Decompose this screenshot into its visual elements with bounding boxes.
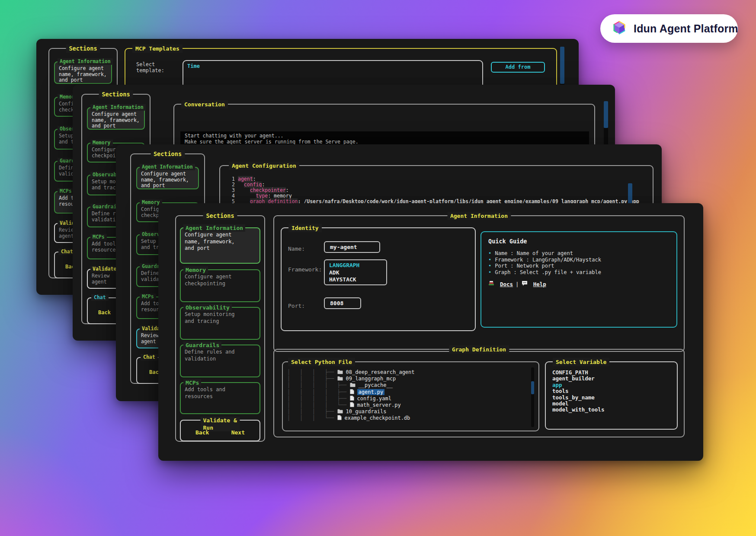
sidebar-title: Sections bbox=[151, 150, 185, 158]
variable-option-tools_by_name[interactable]: tools_by_name bbox=[552, 395, 604, 401]
quick-guide-bullet-text: Port : Network port bbox=[495, 263, 554, 269]
link-separator: | bbox=[516, 281, 519, 287]
sidebar-item-memory[interactable]: MemoryConfigure agent checkpointing bbox=[180, 269, 260, 302]
framework-option-langgraph[interactable]: LANGGRAPH bbox=[329, 262, 382, 269]
tree-item-config-yaml[interactable]: │ │ │ │ ├── config.yaml bbox=[287, 396, 415, 402]
tree-item--pycache-[interactable]: │ │ │ │ ├── __pycache__ bbox=[287, 382, 415, 389]
sidebar-item-guardrails[interactable]: GuardrailsDefine rules and validation bbox=[180, 345, 260, 377]
file-icon bbox=[337, 415, 342, 421]
port-input[interactable]: 8008 bbox=[324, 297, 361, 309]
sidebar-item-title: Guardrails bbox=[183, 341, 221, 349]
sidebar-item-agent-information[interactable]: Agent InformationConfigure agent name, f… bbox=[180, 227, 260, 264]
help-link[interactable]: Help bbox=[533, 281, 546, 287]
yaml-value: : bbox=[286, 187, 289, 193]
sidebar-item-desc: Add tools and resources bbox=[185, 386, 256, 400]
sidebar-item-agent-information[interactable]: Agent InformationConfigure agent name, f… bbox=[136, 167, 199, 189]
framework-option-adk[interactable]: ADK bbox=[329, 269, 382, 277]
sidebar-item-observability[interactable]: ObservabilitySetup monitoring and tracin… bbox=[180, 307, 260, 340]
sidebar-item-agent-information[interactable]: Agent InformationConfigure agent name, f… bbox=[54, 61, 112, 84]
name-input[interactable]: my-agent bbox=[324, 241, 380, 253]
file-icon bbox=[350, 389, 354, 396]
agent-information-panel: Agent Information Identity Name: my-agen… bbox=[273, 215, 685, 352]
scrollbar-thumb[interactable] bbox=[604, 101, 608, 128]
quick-guide-bullet-text: Graph : Select .py file + variable bbox=[495, 269, 601, 275]
sidebar-item-desc: Setup monitoring and tracing bbox=[185, 311, 256, 325]
tree-item-name: config.yaml bbox=[357, 396, 391, 402]
back-button[interactable]: Back bbox=[195, 429, 209, 436]
variable-option-config_path[interactable]: CONFIG_PATH bbox=[552, 370, 604, 376]
select-variable-panel: Select Variable CONFIG_PATHagent_builder… bbox=[545, 361, 678, 430]
quick-guide-bullet-text: Framework : LangGraph/ADK/Haystack bbox=[495, 257, 601, 263]
code-line: 1agent: bbox=[227, 176, 622, 182]
sidebar-item-mcps[interactable]: MCPsAdd tools and resources bbox=[180, 382, 260, 414]
file-tree-scrollbar[interactable] bbox=[531, 367, 534, 427]
cube-icon bbox=[611, 19, 628, 38]
select-template-label: Select template: bbox=[136, 61, 164, 73]
docs-link[interactable]: Docs bbox=[500, 281, 513, 287]
quick-guide-bullet: •Graph : Select .py file + variable bbox=[488, 269, 601, 276]
sidebar-title: Sections bbox=[99, 90, 133, 99]
tree-item-name: __pycache__ bbox=[359, 382, 393, 388]
sidebar-item-desc: Configure agent name, framework, and por… bbox=[185, 232, 256, 252]
tree-guides: │ │ │ ├── bbox=[287, 369, 337, 375]
yaml-editor[interactable]: 1agent:2 config:3 checkpointer:4 type: m… bbox=[227, 176, 622, 204]
variable-option-app[interactable]: app bbox=[552, 382, 604, 388]
identity-panel: Identity Name: my-agent Framework: LANGG… bbox=[281, 227, 476, 331]
back-button[interactable]: Back bbox=[98, 309, 111, 316]
quick-guide-bullet-text: Name : Name of your agent bbox=[495, 250, 573, 256]
tree-item-example-checkpoint-db[interactable]: │ │ │ └── example_checkpoint.db bbox=[287, 415, 415, 421]
tree-item-name: example_checkpoint.db bbox=[345, 415, 410, 421]
variable-option-model_with_tools[interactable]: model_with_tools bbox=[552, 407, 604, 413]
tree-guides: │ │ │ │ └── bbox=[287, 402, 350, 408]
name-label: Name: bbox=[288, 246, 305, 252]
template-option-time[interactable]: Time bbox=[187, 63, 200, 69]
quick-guide-panel: Quick Guide •Name : Name of your agent•F… bbox=[481, 231, 677, 328]
tree-item-10-guardrails[interactable]: │ │ │ ├── 10_guardrails bbox=[287, 408, 415, 415]
tree-guides: │ │ │ │ ├── bbox=[287, 396, 350, 402]
quick-guide-bullet: •Name : Name of your agent bbox=[488, 250, 601, 257]
conversation-title: Conversation bbox=[181, 100, 228, 108]
folder-icon bbox=[337, 376, 343, 382]
tree-guides: │ │ │ ├── bbox=[287, 408, 337, 415]
sidebar-items: Agent InformationConfigure agent name, f… bbox=[176, 216, 264, 414]
add-from-button[interactable]: Add from bbox=[491, 62, 545, 73]
quick-guide-bullet: •Framework : LangGraph/ADK/Haystack bbox=[488, 257, 601, 263]
sidebar-item-title: MCPs bbox=[90, 234, 107, 240]
sidebar-item-title: Agent Information bbox=[90, 104, 146, 111]
tree-item-agent-py[interactable]: │ │ │ │ ├── agent.py bbox=[287, 389, 415, 396]
select-variable-title: Select Variable bbox=[553, 358, 609, 366]
port-label: Port: bbox=[288, 303, 305, 309]
sidebar-title: Sections bbox=[203, 212, 237, 220]
bullet-icon: • bbox=[488, 250, 491, 256]
agent-configuration-title: Agent Configuration bbox=[229, 162, 299, 170]
tree-item-math-server-py[interactable]: │ │ │ │ └── math_server.py bbox=[287, 402, 415, 408]
chat-section-title: Chat bbox=[141, 354, 158, 361]
tree-item-08-deep-research-agent[interactable]: │ │ │ ├── 08_deep_research_agent bbox=[287, 369, 415, 376]
framework-option-haystack[interactable]: HAYSTACK bbox=[329, 276, 382, 284]
help-icon bbox=[522, 281, 528, 287]
folder-icon bbox=[337, 370, 343, 376]
chat-line: Make sure the agent server is running fr… bbox=[185, 139, 585, 145]
variable-option-model[interactable]: model bbox=[552, 401, 604, 407]
yaml-key: checkpointer bbox=[250, 187, 286, 193]
sidebar-item-agent-information[interactable]: Agent InformationConfigure agent name, f… bbox=[87, 107, 145, 130]
tree-item-name: math_server.py bbox=[357, 402, 401, 408]
tree-item-09-langgraph-mcp[interactable]: │ │ │ ├── 09_langgraph_mcp bbox=[287, 376, 415, 382]
yaml-key: type bbox=[256, 193, 268, 199]
sidebar-item-desc: Define rules and validation bbox=[185, 349, 256, 362]
next-button[interactable]: Next bbox=[231, 429, 245, 436]
sidebar-item-title: MCPs bbox=[58, 188, 74, 195]
sidebar-item-title: Memory bbox=[183, 266, 208, 274]
scrollbar-thumb[interactable] bbox=[560, 47, 564, 84]
variable-option-tools[interactable]: tools bbox=[552, 388, 604, 394]
yaml-value: : bbox=[253, 176, 256, 182]
framework-listbox[interactable]: LANGGRAPHADKHAYSTACK bbox=[324, 259, 387, 285]
file-tree-scrollbar-thumb[interactable] bbox=[531, 381, 534, 394]
select-python-file-panel: Select Python File │ │ │ ├── 08_deep_res… bbox=[282, 361, 539, 431]
sections-sidebar: Sections Agent InformationConfigure agen… bbox=[175, 215, 265, 442]
select-python-file-title: Select Python File bbox=[288, 358, 355, 366]
variable-option-agent_builder[interactable]: agent_builder bbox=[552, 376, 604, 382]
sidebar-item-title: Agent Information bbox=[140, 164, 195, 170]
variable-list: CONFIG_PATHagent_builderapptoolstools_by… bbox=[552, 370, 604, 413]
sidebar-item-title: MCPs bbox=[183, 379, 201, 386]
